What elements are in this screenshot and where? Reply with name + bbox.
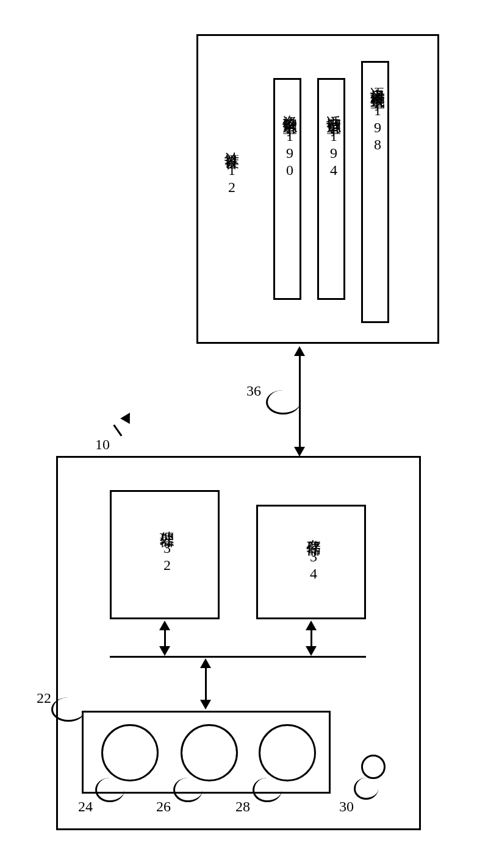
ref-sensor-2: 26 xyxy=(156,799,171,815)
ref-sensor-3-leader xyxy=(253,778,282,802)
ref-indicator: 30 xyxy=(339,799,354,815)
bus-line xyxy=(110,656,366,658)
voice-engine-label: 话音识别引擎 194 xyxy=(324,104,343,179)
memory-label: 存储器 34 xyxy=(304,528,323,583)
memory-bus-arrow-head-down xyxy=(306,646,317,656)
ref-capture-device-leader xyxy=(51,697,85,722)
processor-bus-arrow-line xyxy=(164,629,166,647)
sensor-2 xyxy=(181,724,238,781)
link-arrow-head-down xyxy=(294,447,305,457)
ref-indicator-leader xyxy=(354,778,378,800)
sensor-3 xyxy=(259,724,316,781)
ref-system-arrow-line xyxy=(113,424,122,436)
ref-sensor-1-leader xyxy=(95,778,124,802)
sensor-bus-arrow-line xyxy=(205,667,207,701)
ref-system-arrow-head xyxy=(120,410,135,424)
gesture-engine-label: 姿势识别引擎 190 xyxy=(280,104,300,179)
sensor-bus-arrow-head-down xyxy=(200,700,211,710)
processor-label: 处理器 32 xyxy=(157,519,177,574)
ref-sensor-1: 24 xyxy=(78,799,93,815)
speech-mode-engine-label: 语音揭示模式引擎 198 xyxy=(368,76,387,154)
ref-sensor-3: 28 xyxy=(235,799,250,815)
sensor-1 xyxy=(101,724,159,781)
computing-device-title: 计算设备 12 xyxy=(222,140,242,196)
diagram-canvas: 10 计算设备 12 姿势识别引擎 190 话音识别引擎 194 语音揭示模式引… xyxy=(0,0,488,868)
ref-capture-device: 22 xyxy=(37,690,51,706)
ref-link: 36 xyxy=(246,383,261,399)
ref-system: 10 xyxy=(95,436,110,453)
processor-bus-arrow-head-down xyxy=(159,646,170,656)
ref-link-leader xyxy=(266,390,300,414)
ref-sensor-2-leader xyxy=(173,778,203,802)
memory-bus-arrow-line xyxy=(310,629,312,647)
indicator-circle xyxy=(361,755,386,779)
